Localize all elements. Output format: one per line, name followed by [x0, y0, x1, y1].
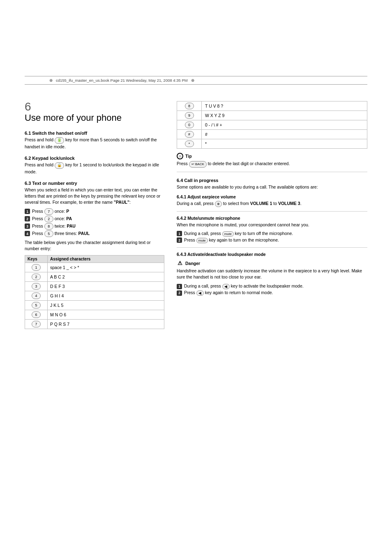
char-table-col-chars: Assigned characters: [48, 255, 164, 263]
header-file-info: cd155_ifu_master_en_us.book Page 21 Wedn…: [56, 78, 188, 83]
char-assigned: M N O 6: [48, 310, 164, 319]
char-assigned: A B C 2: [48, 272, 164, 281]
section-6-2-body: Press and hold 🔒 key for 1 second to loc…: [25, 162, 164, 175]
key-button: 6: [32, 311, 41, 318]
section-6-4-heading: 6.4 Call in progress: [177, 178, 367, 183]
danger-icon: ⚠: [177, 260, 183, 267]
char-table-row: 1space 1 _ < > *: [25, 263, 164, 272]
char-assigned: space 1 _ < > *: [48, 263, 164, 272]
right-table-row-9: 9 W X Y Z 9: [177, 111, 367, 120]
tip-label: Tip: [185, 154, 192, 159]
key-button: 5: [32, 302, 41, 309]
section-6-4-1-body: During a call, press ⊕ to select from VO…: [177, 200, 367, 207]
section-6-1-heading: 6.1 Switch the handset on/off: [25, 131, 164, 136]
right-key-0: 0: [177, 120, 202, 130]
danger-label: Danger: [185, 261, 200, 266]
key-8: 8: [44, 223, 53, 230]
tip-header: ☺ Tip: [177, 153, 367, 159]
char-key: 5: [25, 300, 48, 310]
char-key: 7: [25, 319, 48, 329]
section-6-4-1-heading: 6.4.1 Adjust earpiece volume: [177, 194, 367, 199]
char-key: 1: [25, 263, 48, 272]
danger-box: ⚠ Danger Handsfree activation can sudden…: [177, 260, 367, 280]
right-key-star: *: [177, 139, 202, 149]
paul-steps-list: 1 Press 7 once: P 2 Press 2 once: PA 3 P…: [25, 208, 164, 237]
mute-steps-list: 1 During a call, press mute key to turn …: [177, 231, 367, 243]
key-5: 5: [44, 230, 53, 237]
left-column: 6 Use more of your phone 6.1 Switch the …: [25, 101, 164, 329]
loudspeaker-step-1: 1 During a call, press ◀| key to activat…: [177, 283, 367, 289]
right-table-row-0: 0 0 - / \ # +: [177, 120, 367, 130]
char-table-row: 5J K L 5: [25, 300, 164, 310]
char-assigned: J K L 5: [48, 300, 164, 310]
char-key: 2: [25, 272, 48, 281]
section-6-4-body: Some options are available to you during…: [177, 184, 367, 190]
char-table-row: 7P Q R S 7: [25, 319, 164, 329]
key-button: 3: [32, 283, 41, 290]
mute-step-2: 2 Press mute key again to turn on the mi…: [177, 237, 367, 243]
lock-key: 🔒: [55, 162, 64, 169]
volume-key: ⊕: [215, 201, 222, 207]
power-key: 🔋: [55, 137, 64, 144]
char-table-col-keys: Keys: [25, 255, 48, 263]
char-table: Keys Assigned characters 1space 1 _ < > …: [25, 255, 164, 329]
paul-step-3: 3 Press 8 twice: PAU: [25, 223, 164, 230]
danger-body: Handsfree activation can suddenly increa…: [177, 268, 367, 280]
mute-key-2: mute: [196, 238, 208, 243]
tip-icon: ☺: [177, 153, 183, 159]
section-6-4-2-body: When the microphone is muted, your corre…: [177, 222, 367, 228]
section-6-4-2-heading: 6.4.2 Mute/unmute microphone: [177, 216, 367, 221]
section-6-3-heading: 6.3 Text or number entry: [25, 181, 164, 186]
chapter-number: 6: [25, 101, 164, 113]
right-chars-0: 0 - / \ # +: [202, 120, 367, 130]
key-button: 1: [32, 264, 41, 271]
page: ⊕ cd155_ifu_master_en_us.book Page 21 We…: [0, 76, 392, 555]
loudspeaker-step-2: 2 Press ◀| key again to return to normal…: [177, 290, 367, 296]
header-bar: ⊕ cd155_ifu_master_en_us.book Page 21 We…: [25, 76, 367, 85]
mute-key-1: mute: [222, 231, 234, 237]
crosshair-right: ⊕: [191, 78, 194, 83]
char-table-row: 4G H I 4: [25, 291, 164, 300]
speaker-key-2: ◀|: [196, 290, 204, 296]
char-key: 3: [25, 281, 48, 291]
mute-step-1: 1 During a call, press mute key to turn …: [177, 231, 367, 237]
right-key-9: 9: [177, 111, 202, 120]
char-assigned: P Q R S 7: [48, 319, 164, 329]
key-7: 7: [44, 208, 53, 215]
char-key: 4: [25, 291, 48, 300]
char-table-row: 6M N O 6: [25, 310, 164, 319]
paul-step-2: 2 Press 2 once: PA: [25, 216, 164, 222]
section-6-2-heading: 6.2 Keypad lock/unlock: [25, 156, 164, 161]
section-6-4-3-heading: 6.4.3 Activate/deactivate loudspeaker mo…: [177, 252, 367, 257]
section-6-3-body: When you select a field in which you can…: [25, 187, 164, 206]
speaker-key-1: ◀|: [222, 284, 230, 289]
char-assigned: G H I 4: [48, 291, 164, 300]
right-chars-8: T U V 8 ?: [202, 101, 367, 111]
divider-2: [177, 211, 367, 212]
key-button: 7: [32, 321, 41, 327]
key-button: 4: [32, 292, 41, 299]
char-table-row: 3D E F 3: [25, 281, 164, 291]
right-table-row-star: * *: [177, 139, 367, 149]
key-button: 2: [32, 274, 41, 280]
content-area: 6 Use more of your phone 6.1 Switch the …: [0, 89, 392, 341]
divider-3: [177, 247, 367, 248]
paul-step-1: 1 Press 7 once: P: [25, 208, 164, 215]
section-6-1-body: Press and hold 🔋 key for more than 5 sec…: [25, 137, 164, 150]
tip-body: Press ↩ BACK to delete the last digit or…: [177, 161, 367, 168]
divider-1: [177, 172, 367, 172]
key-2: 2: [44, 216, 53, 222]
paul-step-4: 4 Press 5 three times: PAUL: [25, 230, 164, 237]
crosshair-left: ⊕: [49, 78, 53, 83]
char-table-row: 2A B C 2: [25, 272, 164, 281]
danger-header: ⚠ Danger: [177, 260, 367, 267]
right-chars-9: W X Y Z 9: [202, 111, 367, 120]
right-chars-hash: #: [202, 130, 367, 139]
right-table-upper: 8 T U V 8 ? 9 W X Y Z 9 0 0 - / \ # + # …: [177, 101, 367, 149]
right-chars-star: *: [202, 139, 367, 149]
table-intro: The table below gives you the character …: [25, 240, 164, 252]
chapter-title: Use more of your phone: [25, 113, 164, 123]
back-key: ↩ BACK: [189, 161, 207, 168]
char-key: 6: [25, 310, 48, 319]
right-column: 8 T U V 8 ? 9 W X Y Z 9 0 0 - / \ # + # …: [177, 101, 367, 329]
